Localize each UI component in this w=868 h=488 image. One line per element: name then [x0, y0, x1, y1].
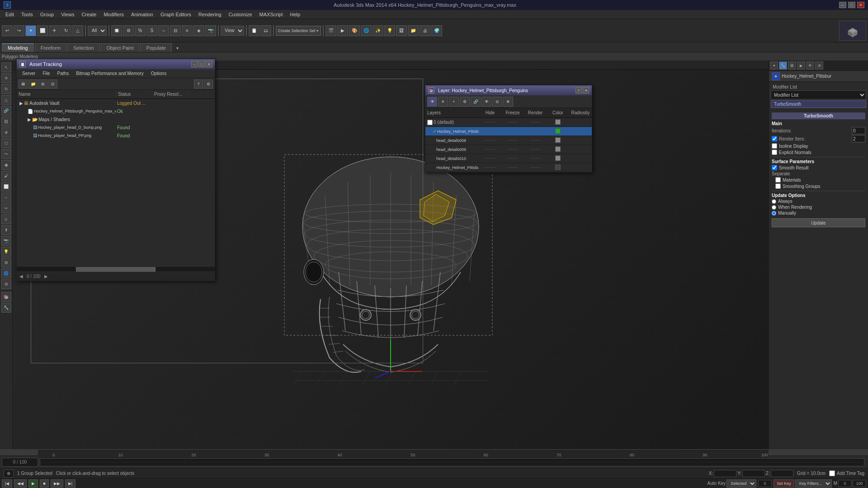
select-region-button[interactable]: ⬜	[37, 25, 48, 36]
smoothing-checkbox[interactable]	[775, 183, 781, 189]
lt-bind-space[interactable]: ⊕	[1, 127, 11, 137]
prev-key-btn[interactable]: ◀◀	[14, 479, 27, 488]
lt-spline[interactable]: 〜	[1, 149, 11, 159]
lw-view-icon[interactable]: 👁	[427, 97, 437, 107]
when-render-radio[interactable]	[772, 205, 776, 210]
lt-extrude[interactable]: ⬆	[1, 225, 11, 235]
at-tool4[interactable]: ⊟	[48, 80, 57, 89]
smooth-result-checkbox[interactable]	[772, 165, 777, 170]
tab-object-paint[interactable]: Object Paint	[101, 43, 140, 52]
tab-selection[interactable]: Selection	[67, 43, 99, 52]
lw-close-btn[interactable]: ✕	[438, 97, 448, 107]
manage-layers[interactable]: 🗂	[260, 25, 271, 36]
snap-toggle[interactable]: 🔲	[111, 25, 122, 36]
batch-render[interactable]: 📁	[408, 25, 419, 36]
at-close[interactable]: ✕	[206, 61, 212, 67]
scale-button[interactable]: △	[72, 25, 83, 36]
lt-rotate[interactable]: ↻	[1, 84, 11, 94]
at-minimize[interactable]: −	[191, 61, 198, 67]
max-frame-input[interactable]: 0	[838, 480, 852, 487]
layer-help[interactable]: ?	[576, 87, 582, 94]
at-settings[interactable]: ⚙	[204, 80, 213, 89]
lt-mirror[interactable]: ↔	[1, 192, 11, 202]
timeline-track[interactable]	[40, 458, 864, 466]
materials-checkbox[interactable]	[775, 177, 781, 183]
at-tool2[interactable]: 📁	[28, 80, 38, 89]
menu-item-views[interactable]: Views	[57, 11, 78, 18]
motion-icon[interactable]: ▶	[797, 61, 805, 70]
d009-color[interactable]	[547, 146, 569, 153]
at-tool3[interactable]: ⊞	[38, 80, 47, 89]
d008-color-swatch[interactable]	[555, 137, 561, 143]
at-row-bump[interactable]: 🖼 Hockey_player_head_D_bump.png Found	[17, 123, 215, 131]
angle-snap[interactable]: ⚙	[123, 25, 134, 36]
render-iters-input[interactable]	[852, 135, 865, 142]
rotate-button[interactable]: ↻	[61, 25, 71, 36]
hobj-color[interactable]	[547, 164, 569, 171]
at-help[interactable]: ?	[194, 80, 203, 89]
render-effects[interactable]: ✨	[373, 25, 383, 36]
isoline-checkbox[interactable]	[772, 143, 777, 149]
normal-align[interactable]: ≡	[182, 25, 193, 36]
key-filters-dropdown[interactable]: Key Filters...	[795, 479, 832, 488]
render-to-texture[interactable]: 🖼	[396, 25, 407, 36]
lt-slice[interactable]: ✂	[1, 203, 11, 213]
place-highlight[interactable]: ◈	[193, 25, 204, 36]
maximize-button[interactable]: □	[848, 2, 855, 8]
lt-ffd[interactable]: ⬜	[1, 182, 11, 192]
lt-layer[interactable]: 📚	[1, 292, 11, 302]
layer-row-default[interactable]: 0 (default) ──── ──── ────	[425, 118, 592, 127]
at-tool1[interactable]: 🏛	[19, 80, 28, 89]
select-move-button[interactable]: ✛	[49, 25, 60, 36]
render-setup[interactable]: 🎬	[326, 25, 336, 36]
menu-item-create[interactable]: Create	[78, 11, 100, 18]
d010-color-swatch[interactable]	[555, 155, 561, 161]
lw-link-btn[interactable]: 🔗	[471, 97, 481, 107]
tab-populate[interactable]: Populate	[140, 43, 171, 52]
minimize-button[interactable]: −	[839, 2, 846, 8]
lt-xref[interactable]: 🔧	[1, 303, 11, 313]
modifier-item[interactable]: TurboSmooth	[771, 100, 866, 108]
create-icon[interactable]: ✦	[770, 61, 778, 70]
explicit-checkbox[interactable]	[772, 150, 777, 155]
stop-btn[interactable]: ■	[40, 479, 48, 488]
default-color[interactable]	[547, 119, 569, 126]
menu-item-rendering[interactable]: Rendering	[195, 11, 225, 18]
panorama[interactable]: 🌍	[431, 25, 442, 36]
time-tag-checkbox[interactable]	[829, 470, 835, 476]
helmet-color[interactable]	[547, 128, 569, 135]
menu-item-group[interactable]: Group	[37, 11, 58, 18]
lt-paint[interactable]: 🖌	[1, 171, 11, 181]
layer-row-details010[interactable]: head_details010 ──── ──── ────	[425, 154, 592, 163]
always-radio[interactable]	[772, 199, 776, 204]
lt-nurbs[interactable]: ◉	[1, 160, 11, 170]
layer-row-helmet-obj[interactable]: Hockey_Helmet_Pittsburgh_Penguins ──── ─…	[425, 163, 592, 172]
d010-color[interactable]	[547, 155, 569, 162]
update-button[interactable]: Update	[772, 218, 865, 227]
lt-unlink[interactable]: ⛓	[1, 117, 11, 127]
z-input[interactable]	[771, 470, 793, 477]
lt-scale[interactable]: △	[1, 95, 11, 105]
at-row-pp[interactable]: 🖼 Hockey_player_head_PP.png Found	[17, 131, 215, 140]
d009-color-swatch[interactable]	[555, 146, 561, 152]
render-btn[interactable]: ▶	[337, 25, 348, 36]
tab-freeform[interactable]: Freeform	[35, 43, 67, 52]
layer-close[interactable]: ✕	[583, 87, 589, 94]
d008-color[interactable]	[547, 137, 569, 144]
play-btn[interactable]: ▶	[28, 479, 38, 488]
filter-dropdown[interactable]: All	[88, 26, 107, 36]
display-icon[interactable]: 👁	[806, 61, 814, 70]
dropdown-arrow[interactable]: ▾	[316, 28, 319, 33]
align-camera[interactable]: 📷	[205, 25, 216, 36]
helmet-color-swatch[interactable]	[555, 128, 561, 134]
lt-spacewarps[interactable]: 🌀	[1, 268, 11, 278]
view-dropdown[interactable]: View	[221, 26, 244, 36]
named-sel-btn[interactable]: 📋	[249, 25, 259, 36]
menu-item-modifiers[interactable]: Modifiers	[100, 11, 127, 18]
frame-counter[interactable]: 0 / 100	[2, 458, 38, 467]
lt-link[interactable]: 🔗	[1, 106, 11, 116]
counter-nav-left[interactable]: ◀	[19, 274, 23, 279]
populate-options[interactable]: ▾	[174, 44, 181, 52]
at-row-maps[interactable]: ▶ 📂 Maps / Shaders	[17, 115, 215, 123]
menu-item-edit[interactable]: Edit	[2, 11, 18, 18]
